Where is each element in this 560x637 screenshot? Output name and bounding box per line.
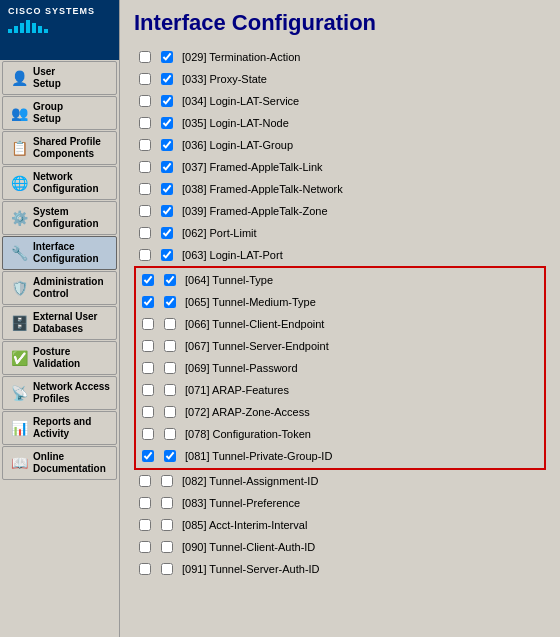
col-check2 (156, 227, 178, 239)
checkbox-col2[interactable] (161, 117, 173, 129)
checkbox-col1[interactable] (139, 117, 151, 129)
checkbox-col2[interactable] (161, 51, 173, 63)
checkbox-col2[interactable] (164, 296, 176, 308)
sidebar-item-interface-config[interactable]: 🔧Interface Configuration (2, 236, 117, 270)
checkbox-col1[interactable] (139, 73, 151, 85)
table-row: [085] Acct-Interim-Interval (134, 514, 546, 536)
checkbox-col1[interactable] (139, 205, 151, 217)
checkbox-col1[interactable] (139, 227, 151, 239)
col-check1 (134, 161, 156, 173)
checkbox-col1[interactable] (142, 384, 154, 396)
group-setup-icon: 👥 (9, 103, 29, 123)
sidebar-item-group-setup[interactable]: 👥Group Setup (2, 96, 117, 130)
checkbox-col1[interactable] (142, 340, 154, 352)
col-check1 (134, 183, 156, 195)
col-check2 (159, 450, 181, 462)
sidebar: CISCO SYSTEMS 👤User Setup👥Group Setup📋Sh… (0, 0, 120, 637)
bar6 (38, 26, 42, 33)
checkbox-col2[interactable] (164, 428, 176, 440)
interface-config-label: Interface Configuration (33, 241, 99, 265)
checkbox-col2[interactable] (161, 227, 173, 239)
checkbox-col1[interactable] (139, 51, 151, 63)
checkbox-col1[interactable] (142, 428, 154, 440)
checkbox-col1[interactable] (139, 563, 151, 575)
col-check2 (156, 205, 178, 217)
cisco-text: CISCO SYSTEMS (8, 6, 95, 16)
checkbox-col2[interactable] (161, 205, 173, 217)
row-label: [069] Tunnel-Password (181, 362, 543, 374)
checkbox-col2[interactable] (161, 541, 173, 553)
bar5 (32, 23, 36, 33)
checkbox-col2[interactable] (161, 563, 173, 575)
checkbox-col2[interactable] (164, 450, 176, 462)
row-label: [071] ARAP-Features (181, 384, 543, 396)
col-check2 (156, 95, 178, 107)
checkbox-col2[interactable] (161, 249, 173, 261)
shared-profile-label: Shared Profile Components (33, 136, 101, 160)
checkbox-col2[interactable] (164, 362, 176, 374)
sidebar-item-user-setup[interactable]: 👤User Setup (2, 61, 117, 95)
admin-control-label: Administration Control (33, 276, 104, 300)
checkbox-col1[interactable] (142, 406, 154, 418)
checkbox-col2[interactable] (161, 183, 173, 195)
online-docs-label: Online Documentation (33, 451, 106, 475)
table-row: [090] Tunnel-Client-Auth-ID (134, 536, 546, 558)
sidebar-item-system-config[interactable]: ⚙️System Configuration (2, 201, 117, 235)
col-check1 (134, 95, 156, 107)
interface-config-icon: 🔧 (9, 243, 29, 263)
checkbox-col2[interactable] (161, 497, 173, 509)
checkbox-col2[interactable] (161, 95, 173, 107)
row-label: [090] Tunnel-Client-Auth-ID (178, 541, 546, 553)
sidebar-item-network-access[interactable]: 📡Network Access Profiles (2, 376, 117, 410)
col-check2 (156, 475, 178, 487)
checkbox-col1[interactable] (139, 519, 151, 531)
checkbox-col1[interactable] (142, 274, 154, 286)
cisco-bars (8, 20, 48, 33)
checkbox-col2[interactable] (164, 406, 176, 418)
table-row: [091] Tunnel-Server-Auth-ID (134, 558, 546, 580)
checkbox-col2[interactable] (164, 318, 176, 330)
checkbox-col2[interactable] (161, 475, 173, 487)
checkbox-col2[interactable] (161, 519, 173, 531)
checkbox-col1[interactable] (139, 183, 151, 195)
checkbox-col1[interactable] (142, 318, 154, 330)
col-check1 (134, 563, 156, 575)
checkbox-col2[interactable] (164, 384, 176, 396)
checkbox-col1[interactable] (142, 296, 154, 308)
checkbox-col1[interactable] (139, 497, 151, 509)
checkbox-col2[interactable] (161, 73, 173, 85)
sidebar-item-external-user[interactable]: 🗄️External User Databases (2, 306, 117, 340)
checkbox-col2[interactable] (164, 274, 176, 286)
checkbox-col1[interactable] (139, 139, 151, 151)
checkbox-col2[interactable] (161, 161, 173, 173)
col-check1 (134, 117, 156, 129)
checkbox-col1[interactable] (142, 450, 154, 462)
row-label: [078] Configuration-Token (181, 428, 543, 440)
sidebar-item-shared-profile[interactable]: 📋Shared Profile Components (2, 131, 117, 165)
checkbox-col2[interactable] (164, 340, 176, 352)
row-label: [037] Framed-AppleTalk-Link (178, 161, 546, 173)
user-setup-icon: 👤 (9, 68, 29, 88)
table-row: [083] Tunnel-Preference (134, 492, 546, 514)
system-config-icon: ⚙️ (9, 208, 29, 228)
checkbox-col1[interactable] (142, 362, 154, 374)
checkbox-col2[interactable] (161, 139, 173, 151)
table-row: [081] Tunnel-Private-Group-ID (137, 445, 543, 467)
sidebar-item-online-docs[interactable]: 📖Online Documentation (2, 446, 117, 480)
col-check2 (159, 384, 181, 396)
sidebar-item-network-config[interactable]: 🌐Network Configuration (2, 166, 117, 200)
sidebar-item-admin-control[interactable]: 🛡️Administration Control (2, 271, 117, 305)
row-label: [083] Tunnel-Preference (178, 497, 546, 509)
checkbox-col1[interactable] (139, 475, 151, 487)
table-row: [065] Tunnel-Medium-Type (137, 291, 543, 313)
col-check2 (159, 362, 181, 374)
table-row: [033] Proxy-State (134, 68, 546, 90)
sidebar-item-reports[interactable]: 📊Reports and Activity (2, 411, 117, 445)
checkbox-col1[interactable] (139, 541, 151, 553)
checkbox-col1[interactable] (139, 249, 151, 261)
table-row: [062] Port-Limit (134, 222, 546, 244)
checkbox-col1[interactable] (139, 95, 151, 107)
sidebar-item-posture[interactable]: ✅Posture Validation (2, 341, 117, 375)
checkbox-col1[interactable] (139, 161, 151, 173)
row-label: [085] Acct-Interim-Interval (178, 519, 546, 531)
